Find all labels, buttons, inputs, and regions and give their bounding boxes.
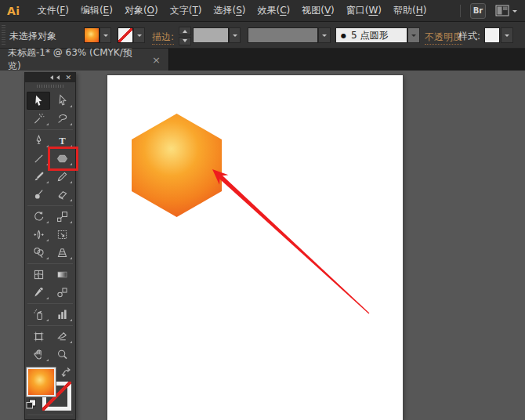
lasso-icon <box>56 112 69 125</box>
artboard[interactable] <box>107 75 403 420</box>
stepper-up-button[interactable] <box>179 27 191 35</box>
direct-selection-tool[interactable] <box>50 92 74 110</box>
menu-item-t[interactable]: 文字(T) <box>170 4 202 17</box>
polygon-icon <box>56 152 69 165</box>
eraser-icon <box>56 188 69 201</box>
line-segment-tool[interactable] <box>27 150 50 168</box>
stroke-weight-dropdown[interactable] <box>229 27 241 43</box>
symbol-sprayer-tool[interactable] <box>27 306 50 324</box>
scale-icon <box>56 210 69 223</box>
stroke-color-dropdown[interactable] <box>133 27 145 43</box>
tool-row <box>25 266 75 284</box>
fill-indicator-gradient[interactable] <box>27 368 56 396</box>
document-tab[interactable]: 未标题-1* @ 63% (CMYK/预览) × <box>0 49 169 71</box>
pencil-tool[interactable] <box>50 168 74 186</box>
style-swatch[interactable] <box>484 27 500 43</box>
stroke-panel-link[interactable]: 描边: <box>152 31 174 45</box>
style-label: 样式: <box>458 30 480 43</box>
zoom-tool[interactable] <box>50 346 74 364</box>
flyout-corner-icon <box>46 239 49 241</box>
flyout-corner-icon <box>70 163 72 165</box>
blend-tool[interactable] <box>50 284 74 302</box>
fill-color-swatch[interactable] <box>84 27 100 43</box>
brush-definition-select[interactable]: ● 5 点圆形 <box>335 27 407 43</box>
svg-text:T: T <box>59 136 66 147</box>
polygon-tool[interactable] <box>50 150 74 168</box>
tool-grid: T <box>25 92 75 364</box>
menu-item-e[interactable]: 编辑(E) <box>81 4 113 17</box>
chevron-down-icon <box>411 34 416 39</box>
bridge-button[interactable]: Br <box>470 3 486 19</box>
paintbrush-tool[interactable] <box>27 168 50 186</box>
free-transform-icon <box>56 228 69 241</box>
flyout-corner-icon <box>70 221 72 223</box>
perspective-grid-tool[interactable] <box>50 244 74 262</box>
stepper-down-button[interactable] <box>179 37 191 45</box>
stroke-weight-input[interactable] <box>193 27 229 43</box>
hand-tool[interactable] <box>27 346 50 364</box>
column-graph-tool[interactable] <box>50 306 74 324</box>
eyedropper-tool[interactable] <box>27 284 50 302</box>
panel-close-icon[interactable]: ✕ <box>65 74 71 81</box>
menu-item-h[interactable]: 帮助(H) <box>393 4 426 17</box>
panel-divider <box>27 415 73 415</box>
chevron-down-icon <box>137 34 142 39</box>
flyout-corner-icon <box>70 319 72 321</box>
flyout-corner-icon <box>70 105 72 107</box>
direct-selection-icon <box>56 94 69 107</box>
panel-grip[interactable] <box>37 85 63 88</box>
workspace-switcher[interactable] <box>495 5 517 16</box>
stroke-weight-stepper[interactable] <box>179 27 191 44</box>
triangle-up-icon <box>183 27 187 33</box>
swap-fill-stroke-icon[interactable] <box>61 367 73 378</box>
flyout-corner-icon <box>46 163 49 165</box>
tab-close-icon[interactable]: × <box>152 54 161 66</box>
lasso-tool[interactable] <box>50 110 74 128</box>
mesh-tool[interactable] <box>27 266 50 284</box>
artboard-tool[interactable] <box>27 328 50 346</box>
magic-wand-tool[interactable] <box>27 110 50 128</box>
menu-item-c[interactable]: 效果(C) <box>257 4 290 17</box>
width-profile-dropdown[interactable] <box>318 27 331 43</box>
perspective-grid-icon <box>56 246 69 259</box>
shape-builder-tool[interactable] <box>27 244 50 262</box>
flyout-corner-icon <box>70 341 72 343</box>
hand-icon <box>32 348 45 361</box>
fill-stroke-widget <box>25 366 75 418</box>
scale-tool[interactable] <box>50 208 74 226</box>
shape-builder-icon <box>32 246 45 259</box>
width-profile-select[interactable] <box>248 27 318 43</box>
fill-color-dropdown[interactable] <box>100 27 111 43</box>
stroke-color-swatch[interactable] <box>118 27 133 43</box>
menubar-separator <box>460 5 461 17</box>
type-tool[interactable]: T <box>50 132 74 150</box>
blob-brush-tool[interactable] <box>27 186 50 204</box>
selection-tool[interactable] <box>27 92 50 110</box>
menu-item-w[interactable]: 窗口(W) <box>346 4 382 17</box>
eraser-tool[interactable] <box>50 186 74 204</box>
menu-item-s[interactable]: 选择(S) <box>213 4 245 17</box>
chevron-down-icon <box>505 34 509 39</box>
menu-item-o[interactable]: 对象(O) <box>125 4 158 17</box>
default-fill-stroke-icon[interactable] <box>26 399 37 410</box>
gradient-tool[interactable] <box>50 266 74 284</box>
style-dropdown[interactable] <box>501 27 513 43</box>
tool-group-divider <box>27 263 73 264</box>
tool-row <box>25 150 75 168</box>
rotate-tool[interactable] <box>27 208 50 226</box>
collapse-panel-icon[interactable] <box>48 75 60 80</box>
width-tool[interactable] <box>27 226 50 244</box>
slice-tool[interactable] <box>50 328 74 346</box>
menu-item-f[interactable]: 文件(F) <box>38 4 69 17</box>
control-bar-grip[interactable] <box>2 25 5 45</box>
flyout-corner-icon <box>46 145 49 147</box>
eyedropper-icon <box>32 286 45 299</box>
tool-row <box>25 186 75 204</box>
brush-definition-dropdown[interactable] <box>407 27 420 43</box>
tool-row <box>25 306 75 324</box>
pen-tool[interactable] <box>27 132 50 150</box>
tools-panel-header: ✕ <box>25 73 75 82</box>
free-transform-tool[interactable] <box>50 226 74 244</box>
menu-item-v[interactable]: 视图(V) <box>302 4 335 17</box>
opacity-panel-link[interactable]: 不透明度 <box>425 31 462 45</box>
